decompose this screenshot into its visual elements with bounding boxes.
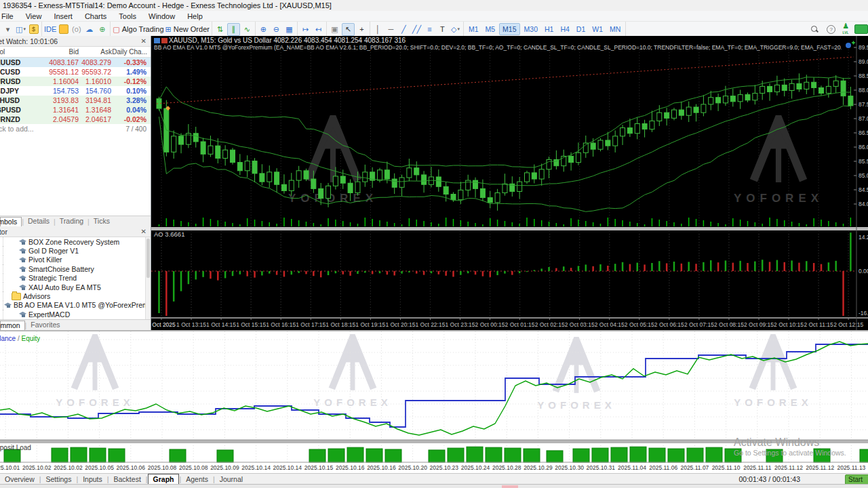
- bid-value: 1.31641: [47, 106, 79, 114]
- cursor-icon[interactable]: ↖: [342, 23, 355, 36]
- ao-axis-label: -16.: [859, 310, 868, 317]
- close-icon[interactable]: ✕: [140, 37, 148, 45]
- deposit-money-icon[interactable]: $: [28, 24, 39, 35]
- navigator-item[interactable]: BOX Zone Recovery System: [0, 237, 151, 246]
- zoom-out-icon[interactable]: ⊖: [271, 24, 282, 35]
- algo-trading-icon[interactable]: ▢Algo Trading: [113, 24, 163, 35]
- help-icon[interactable]: ?: [827, 25, 835, 34]
- navigator-item[interactable]: Gol D Roger V1: [0, 246, 151, 255]
- menu-item-tools[interactable]: Tools: [113, 12, 142, 20]
- market-watch-row[interactable]: USDJPY154.753154.7600.10%: [0, 86, 151, 96]
- vps-cloud-icon[interactable]: ☁: [83, 24, 95, 35]
- search-icon[interactable]: [810, 25, 818, 33]
- trendline-icon[interactable]: ╱: [398, 24, 410, 35]
- navigator-item[interactable]: ExpertMACD: [0, 310, 151, 319]
- chevron-down-icon: ▾: [457, 26, 460, 32]
- bid-value: 154.753: [47, 87, 79, 95]
- tab-common[interactable]: Common: [0, 321, 25, 330]
- community-icon[interactable]: ⊕: [96, 24, 108, 35]
- close-icon[interactable]: ✕: [140, 228, 148, 235]
- market-watch-row[interactable]: ETHUSD3193.833194.813.28%: [0, 96, 151, 105]
- menu-item-view[interactable]: View: [20, 12, 48, 20]
- navigator-item[interactable]: XAU Auto Buy EA MT5: [0, 283, 151, 291]
- candle-mode-icon[interactable]: ∥: [227, 23, 240, 36]
- menu-item-help[interactable]: Help: [181, 12, 209, 20]
- menu-item-file[interactable]: File: [0, 12, 20, 20]
- symbol-name: BTCUSD: [0, 68, 20, 76]
- channel-icon[interactable]: ╱╱: [411, 24, 422, 35]
- line-mode-icon[interactable]: ∿: [241, 24, 253, 35]
- timeframe-m5[interactable]: M5: [483, 24, 498, 35]
- crosshair-icon[interactable]: +: [356, 24, 368, 35]
- timeframe-m15[interactable]: M15: [499, 23, 519, 35]
- start-button[interactable]: Start: [845, 474, 868, 484]
- col-daily-change[interactable]: Daily Cha...: [112, 48, 147, 56]
- timeframe-m30[interactable]: M30: [521, 24, 540, 35]
- tab-details[interactable]: Details: [24, 217, 54, 226]
- market-watch-row[interactable]: EURUSD1.160041.16010-0.12%: [0, 77, 151, 86]
- ea-status-icon[interactable]: [846, 43, 851, 48]
- candlestick-chart[interactable]: YOFOREXYOFOREX1 Oct 20251 Oct 13:151 Oct…: [151, 36, 868, 330]
- bollinger-band: [159, 92, 851, 186]
- tab-favorites[interactable]: Favorites: [26, 321, 64, 329]
- ask-value: 95593.72: [79, 68, 111, 76]
- chart-window-icon[interactable]: ◫▾: [15, 24, 26, 35]
- vertical-line-icon[interactable]: │: [372, 24, 384, 35]
- shift-end-icon[interactable]: ↦: [300, 24, 311, 35]
- timeframe-h4[interactable]: H4: [557, 24, 572, 35]
- tab-symbols[interactable]: Symbols: [0, 217, 22, 226]
- lvl-icon[interactable]: ♟LVL: [842, 22, 849, 36]
- tab-overview[interactable]: Overview: [0, 474, 39, 484]
- zoom-in-icon[interactable]: ⊕: [258, 24, 269, 35]
- screenshot-icon[interactable]: ▣: [329, 24, 340, 35]
- tab-journal[interactable]: Journal: [215, 474, 248, 484]
- market-watch-row[interactable]: XAUUSD4083.1674083.279-0.33%: [0, 58, 151, 67]
- shapes-icon[interactable]: ◇▾: [450, 24, 461, 35]
- timeframe-w1[interactable]: W1: [589, 24, 606, 35]
- text-tool-icon[interactable]: T: [437, 24, 448, 35]
- navigator-item[interactable]: Advisors: [0, 291, 151, 300]
- navigator-item[interactable]: SmartChoise Battery: [0, 264, 151, 273]
- timeframe-h1[interactable]: H1: [542, 24, 556, 35]
- profile-dropdown-icon[interactable]: ▾: [2, 24, 14, 35]
- deposit-load-bar: [385, 449, 401, 462]
- navigator-scrollbar[interactable]: [145, 237, 151, 319]
- menu-item-window[interactable]: Window: [142, 12, 181, 20]
- auto-scroll-icon[interactable]: ↤: [313, 24, 324, 35]
- tab-ticks[interactable]: Ticks: [90, 217, 114, 226]
- horizontal-line-icon[interactable]: ─: [385, 24, 397, 35]
- bar-mode-icon: [161, 38, 167, 43]
- time-axis-label: 2 Oct 00:15: [475, 321, 505, 328]
- signals-icon[interactable]: (o): [71, 24, 82, 35]
- timeframe-mn[interactable]: MN: [607, 24, 623, 35]
- metaeditor-ide-icon[interactable]: IDE: [44, 24, 56, 35]
- market-bag-icon[interactable]: [58, 24, 69, 35]
- market-watch-row[interactable]: EURNZD2.045792.04617-0.02%: [0, 115, 151, 124]
- grid-icon[interactable]: ▦: [283, 24, 295, 35]
- col-symbol[interactable]: Symbol: [0, 48, 5, 56]
- menu-item-insert[interactable]: Insert: [47, 12, 79, 20]
- tab-trading[interactable]: Trading: [56, 217, 87, 226]
- backtest-graph-panel[interactable]: Balance / Equity Deposit Load YOFOREXYOF…: [0, 330, 868, 474]
- timeframe-m1[interactable]: M1: [466, 24, 481, 35]
- tab-agents[interactable]: Agents: [181, 474, 213, 484]
- fibonacci-icon[interactable]: ≡: [424, 24, 435, 35]
- new-order-icon[interactable]: ⊞New Order: [165, 24, 210, 35]
- market-watch-row[interactable]: GBPUSD1.316411.316480.04%: [0, 105, 151, 115]
- tab-settings[interactable]: Settings: [41, 474, 77, 484]
- tab-backtest[interactable]: Backtest: [109, 474, 146, 484]
- navigator-item[interactable]: Strategic Trend: [0, 274, 151, 283]
- tab-graph[interactable]: Graph: [148, 474, 180, 484]
- market-watch-row[interactable]: BTCUSD95581.1295593.721.49%: [0, 67, 151, 77]
- col-bid[interactable]: Bid: [47, 48, 79, 56]
- navigator-item[interactable]: BB AO EMA EA V1.0 MT5 @YoForexPremium: [0, 301, 151, 310]
- navigator-item[interactable]: Pivot Killer: [0, 256, 151, 264]
- menu-item-charts[interactable]: Charts: [79, 12, 113, 20]
- chart-area[interactable]: XAUUSD, M15: Gold vs US Dollar 4082.226 …: [151, 36, 868, 330]
- click-to-add[interactable]: Click to add...: [0, 125, 34, 133]
- col-ask[interactable]: Ask: [79, 48, 112, 56]
- tab-inputs[interactable]: Inputs: [78, 474, 107, 484]
- symbol-name: USDJPY: [0, 87, 19, 95]
- timeframe-d1[interactable]: D1: [574, 24, 588, 35]
- tick-chart-icon[interactable]: ⇅: [214, 24, 226, 35]
